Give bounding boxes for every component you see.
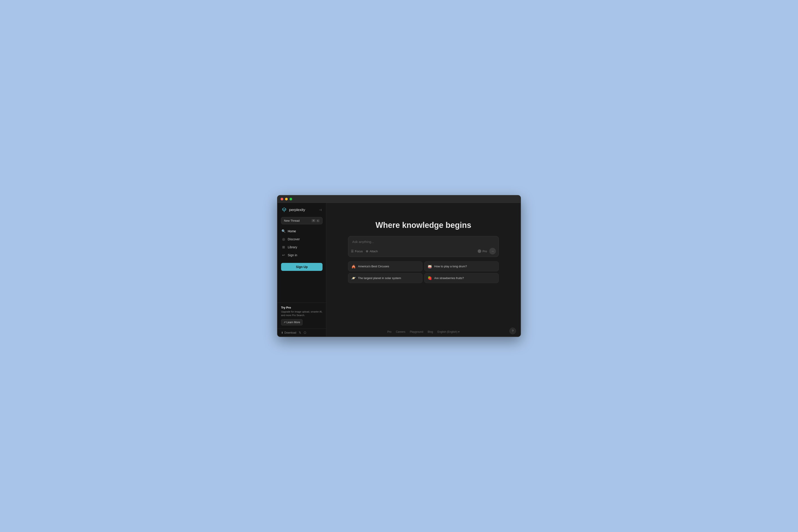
sidebar-item-signin[interactable]: ↩ Sign in xyxy=(279,251,324,259)
search-box: ☰ Focus ⊕ Attach Pro xyxy=(348,236,499,257)
collapse-sidebar-button[interactable]: ⊣ xyxy=(318,207,323,213)
attach-icon: ⊕ xyxy=(366,249,368,253)
search-toolbar: ☰ Focus ⊕ Attach Pro xyxy=(348,246,498,257)
twitter-icon[interactable]: 𝕏 xyxy=(299,331,301,334)
help-button[interactable]: ? xyxy=(509,328,516,334)
signup-button[interactable]: Sign Up xyxy=(281,263,323,271)
browser-maximize-dot[interactable] xyxy=(289,198,292,201)
attach-button[interactable]: ⊕ Attach xyxy=(366,249,378,253)
signin-icon: ↩ xyxy=(282,253,285,257)
suggestion-card-0[interactable]: 🎪 America's Best Circuses xyxy=(348,261,422,271)
sidebar-header: perplexity ⊣ xyxy=(278,203,326,216)
browser-minimize-dot[interactable] xyxy=(285,198,288,201)
try-pro-title: Try Pro xyxy=(281,306,323,309)
search-toolbar-left: ☰ Focus ⊕ Attach xyxy=(351,249,378,253)
suggestion-text-0: America's Best Circuses xyxy=(358,265,389,268)
suggestion-text-3: Are strawberries fruits? xyxy=(434,277,464,280)
main-content: Where knowledge begins ☰ Focus ⊕ Attach xyxy=(326,203,520,337)
discord-icon[interactable]: ⬡ xyxy=(304,331,306,334)
suggestion-emoji-2: 🪐 xyxy=(352,276,356,280)
search-toolbar-right: Pro → xyxy=(478,248,496,254)
home-icon: 🔍 xyxy=(282,229,285,233)
try-pro-description: Upgrade for image upload, smarter AI, an… xyxy=(281,310,323,317)
shortcut-key1: ⌘ xyxy=(311,219,316,222)
suggestion-emoji-1: 🥁 xyxy=(428,264,432,268)
sidebar-item-discover-label: Discover xyxy=(288,238,300,241)
sidebar-item-signin-label: Sign in xyxy=(288,253,297,257)
download-icon: ⬇ xyxy=(281,331,283,334)
download-link[interactable]: ⬇ Download xyxy=(281,331,296,334)
sidebar-item-home[interactable]: 🔍 Home xyxy=(279,227,324,235)
suggestion-text-1: How to play a long drum? xyxy=(434,265,467,268)
toggle-dot xyxy=(478,249,481,253)
pro-toggle[interactable]: Pro xyxy=(478,249,487,253)
suggestion-card-3[interactable]: 🍓 Are strawberries fruits? xyxy=(424,273,499,283)
suggestions-grid: 🎪 America's Best Circuses 🥁 How to play … xyxy=(348,261,499,283)
sidebar-bottom-bar: ⬇ Download 𝕏 ⬡ xyxy=(278,328,326,337)
attach-label: Attach xyxy=(369,250,378,253)
footer-link-blog[interactable]: Blog xyxy=(428,330,433,334)
sidebar-item-library-label: Library xyxy=(288,245,297,249)
submit-icon: → xyxy=(491,249,494,253)
new-thread-label: New Thread xyxy=(284,219,300,222)
submit-button[interactable]: → xyxy=(489,248,496,254)
new-thread-button[interactable]: New Thread ⌘ K xyxy=(281,217,323,224)
pro-label: Pro xyxy=(482,250,487,253)
browser-window: perplexity ⊣ New Thread ⌘ K 🔍 Home ◎ Di xyxy=(277,195,521,337)
logo-text: perplexity xyxy=(289,208,305,212)
main-heading: Where knowledge begins xyxy=(376,221,471,230)
footer-link-pro[interactable]: Pro xyxy=(387,330,392,334)
browser-content: perplexity ⊣ New Thread ⌘ K 🔍 Home ◎ Di xyxy=(278,203,520,337)
suggestion-emoji-0: 🎪 xyxy=(352,264,356,268)
focus-button[interactable]: ☰ Focus xyxy=(351,249,363,253)
suggestion-emoji-3: 🍓 xyxy=(428,276,432,280)
sidebar-footer: Try Pro Upgrade for image upload, smarte… xyxy=(278,303,326,328)
footer-link-playground[interactable]: Playground xyxy=(410,330,423,334)
sidebar-nav: 🔍 Home ◎ Discover ⊞ Library ↩ Sign in xyxy=(278,227,326,259)
footer-link-careers[interactable]: Careers xyxy=(396,330,405,334)
suggestion-card-1[interactable]: 🥁 How to play a long drum? xyxy=(424,261,499,271)
logo-area: perplexity xyxy=(281,207,305,213)
browser-close-dot[interactable] xyxy=(281,198,283,201)
suggestion-text-2: The largest planet in solar system xyxy=(358,277,401,280)
browser-chrome xyxy=(278,195,520,203)
search-input-area xyxy=(348,236,498,246)
help-icon: ? xyxy=(512,329,514,333)
focus-label: Focus xyxy=(355,250,363,253)
perplexity-logo-icon xyxy=(281,207,287,213)
sidebar: perplexity ⊣ New Thread ⌘ K 🔍 Home ◎ Di xyxy=(278,203,326,337)
sidebar-item-home-label: Home xyxy=(288,229,296,233)
learn-more-button[interactable]: ↗ Learn More xyxy=(281,319,303,325)
discover-icon: ◎ xyxy=(282,237,285,241)
new-thread-shortcut: ⌘ K xyxy=(311,219,320,222)
library-icon: ⊞ xyxy=(282,245,285,249)
shortcut-key2: K xyxy=(316,219,320,222)
suggestion-card-2[interactable]: 🪐 The largest planet in solar system xyxy=(348,273,422,283)
sidebar-item-discover[interactable]: ◎ Discover xyxy=(279,235,324,243)
main-footer: Pro Careers Playground Blog English (Eng… xyxy=(326,330,520,334)
footer-link-language[interactable]: English (English) ▾ xyxy=(437,330,459,334)
search-input[interactable] xyxy=(352,240,495,244)
download-label: Download xyxy=(284,331,296,334)
focus-icon: ☰ xyxy=(351,249,354,253)
sidebar-item-library[interactable]: ⊞ Library xyxy=(279,243,324,251)
